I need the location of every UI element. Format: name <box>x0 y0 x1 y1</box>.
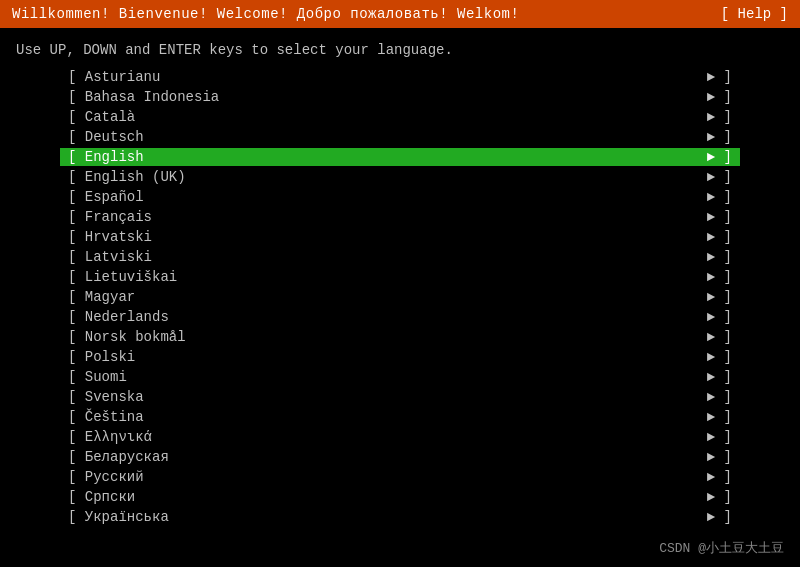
lang-item-cestina[interactable]: [ Čeština► ] <box>60 408 740 426</box>
lang-arrow-magyar: ► ] <box>707 289 732 305</box>
lang-arrow-deutsch: ► ] <box>707 129 732 145</box>
lang-arrow-hrvatski: ► ] <box>707 229 732 245</box>
lang-label-latviski: [ Latviski <box>68 249 152 265</box>
lang-label-english: [ English <box>68 149 144 165</box>
lang-item-francais[interactable]: [ Français► ] <box>60 208 740 226</box>
lang-arrow-suomi: ► ] <box>707 369 732 385</box>
lang-item-magyar[interactable]: [ Magyar► ] <box>60 288 740 306</box>
lang-item-latviski[interactable]: [ Latviski► ] <box>60 248 740 266</box>
language-list: [ Asturianu► ][ Bahasa Indonesia► ][ Cat… <box>0 68 800 526</box>
lang-arrow-belaruskaya: ► ] <box>707 449 732 465</box>
lang-item-deutsch[interactable]: [ Deutsch► ] <box>60 128 740 146</box>
lang-item-english-uk[interactable]: [ English (UK)► ] <box>60 168 740 186</box>
lang-arrow-espanol: ► ] <box>707 189 732 205</box>
lang-arrow-latviski: ► ] <box>707 249 732 265</box>
lang-label-svenska: [ Svenska <box>68 389 144 405</box>
instruction-text: Use UP, DOWN and ENTER keys to select yo… <box>0 28 800 68</box>
lang-arrow-english: ► ] <box>707 149 732 165</box>
lang-label-francais: [ Français <box>68 209 152 225</box>
lang-label-magyar: [ Magyar <box>68 289 135 305</box>
lang-arrow-english-uk: ► ] <box>707 169 732 185</box>
lang-item-russki[interactable]: [ Русский► ] <box>60 468 740 486</box>
lang-arrow-asturianu: ► ] <box>707 69 732 85</box>
lang-label-catala: [ Català <box>68 109 135 125</box>
lang-item-srpski[interactable]: [ Српски► ] <box>60 488 740 506</box>
lang-arrow-francais: ► ] <box>707 209 732 225</box>
lang-label-ellinika: [ Ελληνικά <box>68 429 152 445</box>
lang-item-hrvatski[interactable]: [ Hrvatski► ] <box>60 228 740 246</box>
lang-item-lietuviškai[interactable]: [ Lietuviškai► ] <box>60 268 740 286</box>
lang-label-nederlands: [ Nederlands <box>68 309 169 325</box>
lang-label-cestina: [ Čeština <box>68 409 144 425</box>
lang-item-bahasa-indonesia[interactable]: [ Bahasa Indonesia► ] <box>60 88 740 106</box>
lang-label-srpski: [ Српски <box>68 489 135 505</box>
lang-label-norsk-bokmal: [ Norsk bokmål <box>68 329 186 345</box>
lang-arrow-ellinika: ► ] <box>707 429 732 445</box>
lang-arrow-catala: ► ] <box>707 109 732 125</box>
lang-label-english-uk: [ English (UK) <box>68 169 186 185</box>
lang-arrow-srpski: ► ] <box>707 489 732 505</box>
lang-item-catala[interactable]: [ Català► ] <box>60 108 740 126</box>
lang-arrow-svenska: ► ] <box>707 389 732 405</box>
lang-label-ukrainska: [ Українська <box>68 509 169 525</box>
lang-arrow-cestina: ► ] <box>707 409 732 425</box>
lang-item-ukrainska[interactable]: [ Українська► ] <box>60 508 740 526</box>
lang-label-espanol: [ Español <box>68 189 144 205</box>
lang-item-espanol[interactable]: [ Español► ] <box>60 188 740 206</box>
lang-label-asturianu: [ Asturianu <box>68 69 160 85</box>
lang-label-hrvatski: [ Hrvatski <box>68 229 152 245</box>
watermark: CSDN @小土豆大土豆 <box>659 539 784 557</box>
lang-arrow-bahasa-indonesia: ► ] <box>707 89 732 105</box>
lang-arrow-polski: ► ] <box>707 349 732 365</box>
lang-item-asturianu[interactable]: [ Asturianu► ] <box>60 68 740 86</box>
lang-item-ellinika[interactable]: [ Ελληνικά► ] <box>60 428 740 446</box>
lang-item-polski[interactable]: [ Polski► ] <box>60 348 740 366</box>
lang-label-polski: [ Polski <box>68 349 135 365</box>
help-button[interactable]: [ Help ] <box>721 6 788 22</box>
lang-arrow-nederlands: ► ] <box>707 309 732 325</box>
lang-label-bahasa-indonesia: [ Bahasa Indonesia <box>68 89 219 105</box>
lang-item-belaruskaya[interactable]: [ Беларуская► ] <box>60 448 740 466</box>
lang-label-belaruskaya: [ Беларуская <box>68 449 169 465</box>
lang-item-svenska[interactable]: [ Svenska► ] <box>60 388 740 406</box>
lang-item-suomi[interactable]: [ Suomi► ] <box>60 368 740 386</box>
lang-arrow-lietuviškai: ► ] <box>707 269 732 285</box>
lang-label-suomi: [ Suomi <box>68 369 127 385</box>
lang-item-norsk-bokmal[interactable]: [ Norsk bokmål► ] <box>60 328 740 346</box>
lang-arrow-norsk-bokmal: ► ] <box>707 329 732 345</box>
header-bar: Willkommen! Bienvenue! Welcome! Добро по… <box>0 0 800 28</box>
lang-item-english[interactable]: [ English► ] <box>60 148 740 166</box>
lang-label-lietuviškai: [ Lietuviškai <box>68 269 177 285</box>
lang-arrow-ukrainska: ► ] <box>707 509 732 525</box>
lang-label-deutsch: [ Deutsch <box>68 129 144 145</box>
lang-item-nederlands[interactable]: [ Nederlands► ] <box>60 308 740 326</box>
lang-label-russki: [ Русский <box>68 469 144 485</box>
lang-arrow-russki: ► ] <box>707 469 732 485</box>
header-title: Willkommen! Bienvenue! Welcome! Добро по… <box>12 6 519 22</box>
